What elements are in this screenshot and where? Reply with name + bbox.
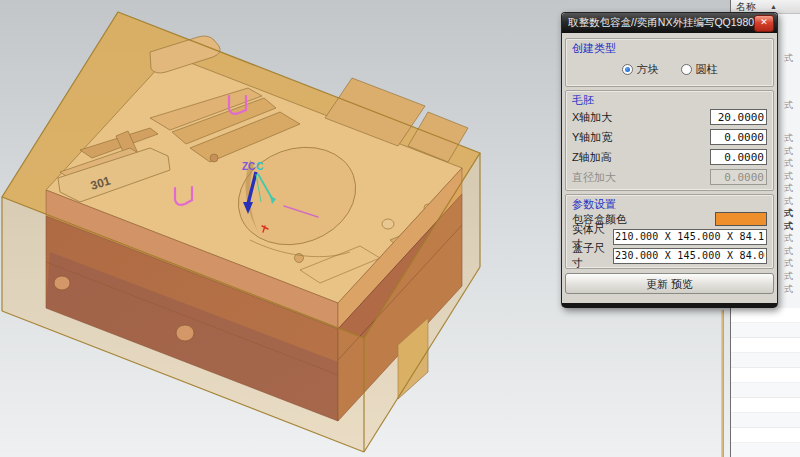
create-type-group: 创建类型 方块 圆柱 bbox=[565, 38, 774, 87]
nav-item-glyph[interactable]: 式 bbox=[784, 258, 793, 268]
update-preview-button[interactable]: 更新 预览 bbox=[565, 273, 774, 294]
y-widen-input[interactable] bbox=[710, 129, 767, 145]
nav-item-glyph[interactable]: 式 bbox=[784, 100, 793, 110]
diameter-enlarge-label: 直径加大 bbox=[572, 170, 616, 185]
nav-item-glyph[interactable]: 式 bbox=[784, 171, 793, 181]
nav-item-glyph[interactable]: 式 bbox=[784, 133, 793, 143]
box-color-swatch[interactable] bbox=[715, 212, 767, 226]
params-label: 参数设置 bbox=[572, 197, 767, 211]
wcs-label-c: C bbox=[256, 161, 263, 172]
radio-cylinder-label: 圆柱 bbox=[696, 62, 718, 77]
z-heighten-row: Z轴加高 bbox=[572, 147, 767, 167]
nav-item-glyph[interactable]: 式 bbox=[784, 53, 793, 63]
nav-item-glyph[interactable]: 式 bbox=[784, 183, 793, 193]
x-enlarge-row: X轴加大 bbox=[572, 107, 767, 127]
z-heighten-input[interactable] bbox=[710, 149, 767, 165]
bounding-box-dialog[interactable]: 取整数包容盒//奕甬NX外挂编写QQ1980537648 ✕ 创建类型 方块 圆… bbox=[561, 12, 778, 308]
box-size-input[interactable] bbox=[613, 248, 767, 264]
solid-size-input[interactable] bbox=[613, 229, 767, 245]
viewport-edge-strip bbox=[721, 310, 724, 457]
z-heighten-label: Z轴加高 bbox=[572, 150, 612, 165]
radio-selected-icon[interactable] bbox=[622, 64, 633, 75]
ok-button[interactable]: 确定 bbox=[621, 303, 668, 308]
nav-item-glyph[interactable]: 式 bbox=[784, 146, 793, 156]
wcs-label-zc: ZC bbox=[242, 161, 255, 172]
x-enlarge-label: X轴加大 bbox=[572, 110, 612, 125]
sort-arrow-icon: ▲ bbox=[770, 3, 777, 10]
y-widen-label: Y轴加宽 bbox=[572, 130, 612, 145]
apply-button[interactable]: 应用 bbox=[675, 303, 722, 308]
nav-item-glyph[interactable]: 式 bbox=[784, 284, 793, 294]
dialog-titlebar[interactable]: 取整数包容盒//奕甬NX外挂编写QQ1980537648 ✕ bbox=[562, 13, 777, 33]
cancel-button[interactable]: 取消 bbox=[729, 303, 772, 308]
params-group: 参数设置 包容盒颜色 实体尺寸 盒子尺寸 bbox=[565, 194, 774, 269]
radio-cylinder[interactable]: 圆柱 bbox=[681, 62, 718, 77]
nav-item-glyph[interactable]: 式 bbox=[784, 196, 793, 206]
close-icon[interactable]: ✕ bbox=[754, 15, 774, 32]
radio-block[interactable]: 方块 bbox=[622, 62, 659, 77]
box-size-row: 盒子尺寸 bbox=[572, 246, 767, 265]
nav-item-glyph[interactable]: 式 bbox=[784, 246, 793, 256]
radio-unselected-icon[interactable] bbox=[681, 64, 692, 75]
nav-item-glyph[interactable]: 式 bbox=[784, 233, 793, 243]
diameter-enlarge-input bbox=[710, 169, 767, 185]
radio-block-label: 方块 bbox=[637, 62, 659, 77]
x-enlarge-input[interactable] bbox=[710, 109, 767, 125]
blank-label: 毛胚 bbox=[572, 93, 767, 107]
box-size-label: 盒子尺寸 bbox=[572, 241, 613, 271]
blank-group: 毛胚 X轴加大 Y轴加宽 Z轴加高 直径加大 bbox=[565, 90, 774, 191]
navigator-rows[interactable] bbox=[731, 308, 800, 457]
dialog-title: 取整数包容盒//奕甬NX外挂编写QQ1980537648 bbox=[568, 16, 754, 30]
nav-item-glyph[interactable]: 式 bbox=[784, 158, 793, 168]
nav-item-glyph[interactable]: 式 bbox=[784, 221, 793, 231]
nav-item-glyph[interactable]: 式 bbox=[784, 271, 793, 281]
y-widen-row: Y轴加宽 bbox=[572, 127, 767, 147]
diameter-enlarge-row: 直径加大 bbox=[572, 167, 767, 187]
nav-item-glyph[interactable]: 式 bbox=[784, 208, 793, 218]
create-type-label: 创建类型 bbox=[572, 41, 767, 55]
